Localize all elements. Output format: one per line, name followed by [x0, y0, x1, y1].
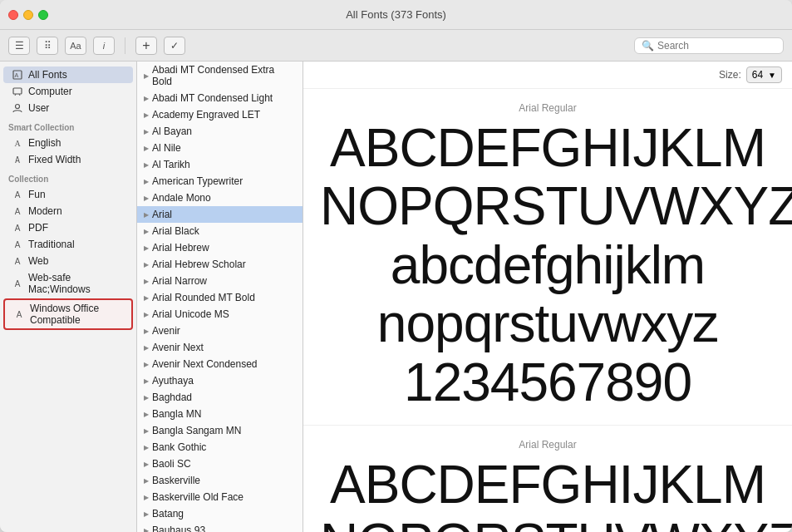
- expand-arrow-icon: ▶: [144, 161, 149, 169]
- titlebar: All Fonts (373 Fonts): [0, 0, 792, 30]
- expand-arrow-icon: ▶: [144, 211, 149, 219]
- expand-arrow-icon: ▶: [144, 294, 149, 302]
- preview-font-label-2: Arial Regular: [320, 439, 775, 451]
- expand-arrow-icon: ▶: [144, 111, 149, 119]
- font-name-label: Arial Rounded MT Bold: [152, 292, 255, 303]
- expand-arrow-icon: ▶: [144, 228, 149, 235]
- font-list-item[interactable]: ▶Bangla Sangam MN: [137, 422, 303, 439]
- font-list-item[interactable]: ▶Al Nile: [137, 140, 303, 156]
- user-icon: [12, 102, 23, 114]
- sidebar-item-label: English: [28, 137, 61, 149]
- font-list-item[interactable]: ▶Batang: [137, 505, 303, 522]
- maximize-button[interactable]: [38, 10, 48, 20]
- sidebar-item-user[interactable]: User: [3, 100, 133, 116]
- smart-collection-label: Smart Collection: [0, 116, 136, 135]
- traditional-icon: A: [12, 239, 23, 250]
- sidebar-item-label: Fixed Width: [28, 154, 81, 165]
- font-name-label: Bank Gothic: [152, 441, 206, 453]
- web-icon: A: [12, 255, 23, 267]
- font-list-item[interactable]: ▶Al Tarikh: [137, 156, 303, 173]
- font-name-label: Arial Hebrew Scholar: [152, 259, 246, 270]
- font-list-item[interactable]: ▶Bangla MN: [137, 406, 303, 422]
- font-list-item[interactable]: ▶Arial Rounded MT Bold: [137, 289, 303, 306]
- check-button[interactable]: ✓: [164, 37, 185, 55]
- preview-text-line-6: ABCDEFGHIJKLM: [320, 456, 775, 514]
- font-list-item[interactable]: ▶Baghdad: [137, 389, 303, 406]
- font-list-item[interactable]: ▶Abadi MT Condensed Light: [137, 90, 303, 106]
- font-name-label: Baoli SC: [152, 458, 191, 470]
- preview-text-line-1: ABCDEFGHIJKLM: [320, 119, 775, 177]
- font-list-item[interactable]: ▶Abadi MT Condensed Extra Bold: [137, 62, 303, 90]
- font-list-item[interactable]: ▶Arial Black: [137, 223, 303, 239]
- sidebar-item-web-safe[interactable]: A Web-safe Mac;Windows: [3, 269, 133, 298]
- preview-text-line-7: NOPQRSTUVWXYZ: [320, 514, 775, 532]
- expand-arrow-icon: ▶: [144, 328, 149, 335]
- font-list-item[interactable]: ▶Arial Unicode MS: [137, 306, 303, 323]
- minimize-button[interactable]: [23, 10, 33, 20]
- font-list-item[interactable]: ▶Avenir Next Condensed: [137, 356, 303, 372]
- sidebar-item-label: Computer: [28, 86, 72, 97]
- font-list-item[interactable]: ▶Arial: [137, 206, 303, 223]
- font-list-item[interactable]: ▶Al Bayan: [137, 123, 303, 140]
- sidebar-item-all-fonts[interactable]: A All Fonts: [3, 66, 133, 83]
- expand-arrow-icon: ▶: [144, 461, 149, 468]
- preview-text-line-2: NOPQRSTUVWXYZ: [320, 177, 775, 235]
- expand-arrow-icon: ▶: [144, 72, 149, 80]
- sidebar-item-fixed-width[interactable]: A Fixed Width: [3, 151, 133, 168]
- font-list-item[interactable]: ▶Academy Engraved LET: [137, 106, 303, 123]
- font-name-label: American Typewriter: [152, 175, 243, 187]
- sidebar-item-label: PDF: [28, 222, 48, 234]
- font-name-label: Avenir: [152, 325, 180, 337]
- font-name-label: Arial Black: [152, 225, 199, 237]
- computer-icon: [12, 86, 23, 97]
- sidebar-item-pdf[interactable]: A PDF: [3, 219, 133, 236]
- font-name-label: Bangla Sangam MN: [152, 425, 241, 436]
- font-list-item[interactable]: ▶Avenir Next: [137, 339, 303, 356]
- font-list-item[interactable]: ▶American Typewriter: [137, 173, 303, 190]
- svg-text:A: A: [15, 72, 19, 78]
- sidebar-item-label: Windows Office Compatible: [30, 303, 123, 326]
- expand-arrow-icon: ▶: [144, 95, 149, 102]
- english-icon: A: [12, 137, 23, 149]
- font-list-item[interactable]: ▶Bauhaus 93: [137, 522, 303, 532]
- font-list-item[interactable]: ▶Andale Mono: [137, 190, 303, 206]
- sidebar-item-traditional[interactable]: A Traditional: [3, 236, 133, 253]
- sidebar-item-computer[interactable]: Computer: [3, 83, 133, 100]
- expand-arrow-icon: ▶: [144, 128, 149, 135]
- size-selector[interactable]: 64 ▼: [746, 66, 782, 83]
- font-list-item[interactable]: ▶Bank Gothic: [137, 439, 303, 456]
- font-name-label: Arial Narrow: [152, 275, 207, 287]
- font-list-item[interactable]: ▶Baoli SC: [137, 456, 303, 472]
- fun-icon: A: [12, 189, 23, 200]
- toolbar-left: ☰ ⠿ Aa i: [8, 37, 115, 55]
- font-list-item[interactable]: ▶Avenir: [137, 323, 303, 339]
- font-button[interactable]: Aa: [65, 37, 86, 55]
- sidebar-item-modern[interactable]: A Modern: [3, 203, 133, 219]
- expand-arrow-icon: ▶: [144, 195, 149, 202]
- menu-button[interactable]: ☰: [8, 37, 30, 55]
- font-list-item[interactable]: ▶Baskerville Old Face: [137, 489, 303, 505]
- font-list-item[interactable]: ▶Arial Narrow: [137, 273, 303, 289]
- sidebar-item-fun[interactable]: A Fun: [3, 186, 133, 203]
- preview-block-1: Arial Regular ABCDEFGHIJKLM NOPQRSTUVWXY…: [303, 89, 792, 426]
- search-icon: 🔍: [642, 40, 654, 52]
- font-name-label: Abadi MT Condensed Extra Bold: [152, 64, 296, 87]
- font-list: ▶Abadi MT Condensed Extra Bold▶Abadi MT …: [137, 62, 303, 532]
- info-button[interactable]: i: [93, 37, 115, 55]
- font-name-label: Arial: [152, 209, 172, 220]
- sidebar-item-english[interactable]: A English: [3, 135, 133, 151]
- search-input[interactable]: [657, 40, 776, 52]
- expand-arrow-icon: ▶: [144, 278, 149, 285]
- sidebar-item-web[interactable]: A Web: [3, 253, 133, 269]
- font-list-item[interactable]: ▶Arial Hebrew: [137, 239, 303, 256]
- grid-button[interactable]: ⠿: [37, 37, 58, 55]
- font-list-item[interactable]: ▶Baskerville: [137, 472, 303, 489]
- font-name-label: Baghdad: [152, 392, 192, 403]
- expand-arrow-icon: ▶: [144, 145, 149, 152]
- add-font-button[interactable]: +: [135, 37, 157, 55]
- font-list-item[interactable]: ▶Ayuthaya: [137, 372, 303, 389]
- sidebar-item-windows-office[interactable]: A Windows Office Compatible: [3, 298, 133, 330]
- preview-area: Size: 64 ▼ Arial Regular ABCDEFGHIJKLM N…: [303, 62, 792, 532]
- font-list-item[interactable]: ▶Arial Hebrew Scholar: [137, 256, 303, 273]
- close-button[interactable]: [8, 10, 18, 20]
